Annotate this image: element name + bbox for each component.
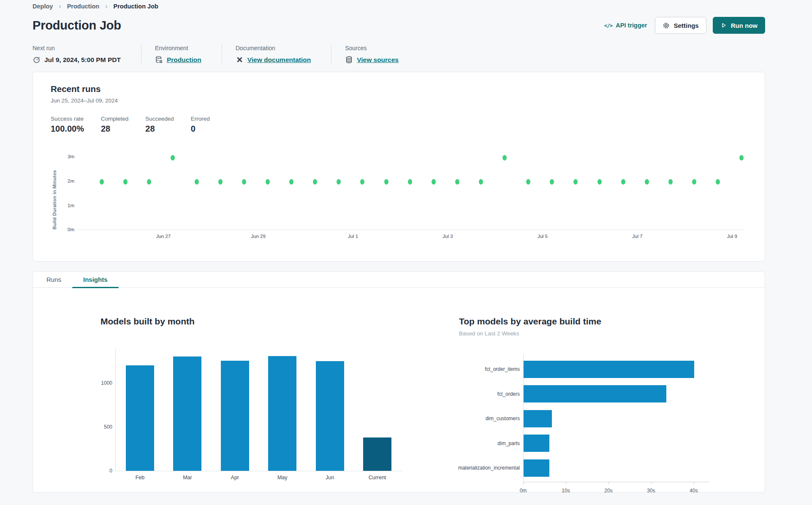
code-icon: </> [604,22,613,29]
x-tick-mark [608,482,609,484]
run-dot[interactable] [313,179,317,184]
run-dot[interactable] [502,155,507,160]
header-actions: </> API trigger Settings Run now [604,17,765,34]
run-dot[interactable] [242,179,246,184]
environment-icon [155,56,163,64]
run-dot[interactable] [218,179,223,184]
model-bar [524,410,552,427]
models-built-chart: Models built by month 05001000FebMarAprM… [100,316,421,471]
x-tick-label: 30s [647,488,655,494]
run-dot[interactable] [147,179,151,184]
run-dot[interactable] [479,179,483,184]
x-tick-label: Jun 27 [156,234,171,239]
y-tick-label: 3m [68,154,74,159]
api-trigger-link[interactable]: </> API trigger [604,22,647,29]
timer-icon [33,56,41,64]
environment-value: Production [155,56,201,64]
x-tick-label: Jun [326,475,334,481]
run-dot[interactable] [455,179,459,184]
run-dot[interactable] [171,155,175,160]
top-models-chart: Top models by average build time Based o… [459,316,738,482]
run-dot[interactable] [526,179,530,184]
environment-label: Environment [155,45,201,51]
x-tick-label: Feb [136,475,145,481]
x-tick-label: 40s [690,488,698,494]
x-tick-label: Jul 1 [348,234,358,239]
model-name-label: dim_parts [442,440,520,446]
run-dot[interactable] [692,179,696,184]
scatter-y-axis-label: Build Duration in Minutes [52,154,57,230]
stat-completed: Completed 28 [101,116,128,134]
run-dot[interactable] [123,179,128,184]
run-dot[interactable] [716,179,720,184]
tab-runs[interactable]: Runs [35,272,72,287]
x-tick-mark [523,482,524,484]
run-dot[interactable] [266,179,270,184]
y-tick-label: 0m [68,227,74,232]
documentation-value: View documentation [236,56,311,64]
insights-card: Runs Insights Models built by month 0500… [33,271,765,493]
breadcrumb-production[interactable]: Production [67,3,100,10]
run-dot[interactable] [100,179,104,184]
run-dot[interactable] [621,179,625,184]
chevron-right-icon: › [105,3,107,10]
model-bar [524,435,549,452]
run-dot[interactable] [739,155,744,160]
next-run-cell: Next run Jul 9, 2024, 5:00 PM PDT [33,45,141,64]
run-dot[interactable] [195,179,199,184]
run-dot[interactable] [550,179,554,184]
x-tick-label: Mar [183,475,192,481]
stat-errored: Errored 0 [191,116,210,134]
documentation-label: Documentation [236,45,311,51]
run-dot[interactable] [408,179,412,184]
model-name-label: fct_orders [442,391,520,397]
x-tick-mark [651,482,652,484]
month-bar [363,437,391,471]
x-tick-label: Jul 5 [538,234,548,239]
run-dot[interactable] [573,179,578,184]
run-dot[interactable] [337,179,341,184]
stat-success-rate: Success rate 100.00% [51,116,84,134]
model-bar [524,459,549,477]
run-dot[interactable] [432,179,436,184]
next-run-label: Next run [33,45,121,51]
month-bar [316,361,344,471]
dbt-logo-icon [236,56,244,64]
stat-label: Completed [101,116,128,122]
y-tick-label: 1000 [101,380,112,386]
run-dot[interactable] [384,179,388,184]
view-documentation-link[interactable]: View documentation [247,56,311,64]
x-tick-label: 0m [520,488,527,494]
y-tick-label: 2m [68,178,74,184]
model-name-label: fct_order_items [442,366,520,372]
breadcrumb-current: Production Job [114,3,158,10]
x-tick-label: Apr [231,475,239,481]
model-name-label: materialization_incremental [442,465,520,471]
top-models-chart-title: Top models by average build time [459,316,738,327]
environment-link[interactable]: Production [167,56,201,64]
stat-value: 28 [145,124,174,134]
top-models-chart-subtitle: Based on Last 2 Weeks [459,329,738,338]
run-dot[interactable] [289,179,293,184]
page-header: Production Job </> API trigger Settings … [33,16,765,35]
run-dot[interactable] [668,179,673,184]
run-now-button[interactable]: Run now [713,17,765,34]
tab-insights[interactable]: Insights [72,272,119,287]
settings-button[interactable]: Settings [655,17,706,34]
x-tick-label: 20s [604,488,612,494]
job-info-bar: Next run Jul 9, 2024, 5:00 PM PDT Enviro… [33,45,765,64]
view-sources-link[interactable]: View sources [357,56,399,64]
run-dot[interactable] [645,179,649,184]
database-icon [345,56,353,64]
breadcrumb-deploy[interactable]: Deploy [33,3,53,10]
run-dot[interactable] [597,179,602,184]
chevron-right-icon: › [59,3,61,10]
models-built-chart-title: Models built by month [100,316,421,327]
next-run-value: Jul 9, 2024, 5:00 PM PDT [33,56,121,64]
sources-label: Sources [345,45,399,51]
build-time-chart-plot: fct_order_itemsfct_ordersdim_customersdi… [459,354,738,482]
x-tick-label: 10s [562,488,570,494]
x-axis-line [523,482,709,482]
run-dot[interactable] [360,179,364,184]
model-bar [524,385,666,402]
